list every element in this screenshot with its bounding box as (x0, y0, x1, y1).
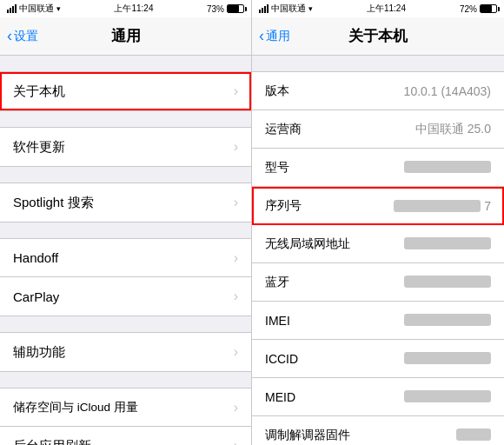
carplay-chevron-icon: › (234, 289, 238, 304)
version-item: 版本 10.0.1 (14A403) (252, 72, 504, 110)
iccid-label: ICCID (265, 352, 298, 366)
background-app-chevron-icon: › (234, 438, 238, 445)
section-storage: 储存空间与 iCloud 用量 › 后台应用刷新 › (0, 388, 251, 445)
meid-item: MEID (252, 378, 504, 416)
bluetooth-label: 蓝牙 (265, 275, 289, 290)
iccid-value (404, 352, 491, 366)
about-label: 关于本机 (13, 83, 65, 100)
meid-label: MEID (265, 390, 295, 404)
storage-label: 储存空间与 iCloud 用量 (13, 400, 138, 415)
carplay-item[interactable]: CarPlay › (0, 277, 251, 315)
spotlight-label: Spotlight 搜索 (13, 195, 94, 211)
meid-value (404, 390, 491, 404)
right-nav-bar: ‹ 通用 关于本机 (252, 17, 504, 56)
accessibility-item[interactable]: 辅助功能 › (0, 333, 251, 371)
left-back-chevron-icon: ‹ (7, 28, 12, 43)
carrier-item-label: 运营商 (265, 122, 302, 137)
imei-item: IMEI (252, 302, 504, 340)
spotlight-item[interactable]: Spotlight 搜索 › (0, 183, 251, 222)
left-status-bar: 中国联通 ▾ 上午11:24 73% (0, 0, 251, 17)
carrier-item-value: 中国联通 25.0 (415, 122, 491, 137)
modem-item: 调制解调器固件 (252, 416, 504, 445)
right-carrier-label: 中国联通 (271, 3, 306, 15)
storage-item[interactable]: 储存空间与 iCloud 用量 › (0, 389, 251, 427)
left-status-right: 73% (207, 4, 244, 14)
about-item[interactable]: 关于本机 › (0, 72, 251, 110)
right-signal-bars-icon (259, 4, 269, 13)
storage-chevron-icon: › (234, 400, 238, 415)
modem-label: 调制解调器固件 (265, 428, 350, 443)
iccid-item: ICCID (252, 340, 504, 378)
model-blurred (404, 161, 491, 173)
imei-blurred (404, 314, 491, 326)
left-status-left: 中国联通 ▾ (7, 3, 61, 15)
serial-value: 7 (394, 199, 491, 213)
accessibility-label: 辅助功能 (13, 344, 65, 361)
imei-label: IMEI (265, 314, 290, 328)
handoff-right: › (229, 250, 238, 266)
battery-percent-right: 72% (460, 4, 477, 14)
storage-right: › (229, 400, 238, 415)
version-value: 10.0.1 (14A403) (404, 84, 491, 98)
software-right: › (229, 139, 238, 155)
carrier-item: 运营商 中国联通 25.0 (252, 110, 504, 149)
meid-blurred (404, 390, 491, 402)
right-back-button[interactable]: ‹ 通用 (259, 29, 290, 44)
right-status-right: 72% (460, 4, 497, 14)
wifi-address-value (404, 237, 491, 251)
iccid-blurred (404, 352, 491, 364)
right-time: 上午11:24 (367, 3, 406, 15)
right-status-bar: 中国联通 ▾ 上午11:24 72% (252, 0, 504, 17)
accessibility-right: › (229, 344, 238, 360)
spotlight-right: › (229, 195, 238, 210)
right-battery-icon (480, 4, 497, 13)
software-update-item[interactable]: 软件更新 › (0, 128, 251, 166)
signal-bars-icon (7, 4, 17, 13)
carplay-label: CarPlay (13, 289, 59, 304)
right-nav-title: 关于本机 (348, 26, 408, 46)
accessibility-chevron-icon: › (234, 344, 238, 360)
background-app-label: 后台应用刷新 (13, 438, 91, 446)
left-back-label: 设置 (14, 29, 38, 44)
section-accessibility: 辅助功能 › (0, 332, 251, 372)
section-spotlight: Spotlight 搜索 › (0, 183, 251, 222)
left-nav-bar: ‹ 设置 通用 (0, 17, 251, 56)
handoff-label: Handoff (13, 250, 58, 265)
model-label: 型号 (265, 160, 289, 176)
battery-icon (227, 4, 244, 13)
version-label: 版本 (265, 83, 289, 99)
background-app-item[interactable]: 后台应用刷新 › (0, 427, 251, 445)
wifi-icon: ▾ (56, 4, 61, 13)
serial-suffix: 7 (484, 199, 491, 213)
background-app-right: › (229, 438, 238, 445)
wifi-address-blurred (404, 237, 491, 249)
modem-blurred (456, 428, 491, 441)
model-item: 型号 (252, 149, 504, 187)
section-about: 关于本机 › (0, 71, 251, 111)
bluetooth-item: 蓝牙 (252, 263, 504, 302)
battery-percent-left: 73% (207, 4, 224, 14)
right-phone-panel: 中国联通 ▾ 上午11:24 72% ‹ 通用 关于本机 版本 10.0.1 (… (252, 0, 504, 445)
left-nav-title: 通用 (111, 26, 141, 46)
bluetooth-value (404, 276, 491, 289)
right-back-chevron-icon: ‹ (259, 28, 264, 43)
about-section-main: 版本 10.0.1 (14A403) 运营商 中国联通 25.0 型号 序列号 (252, 71, 504, 445)
section-software: 软件更新 › (0, 127, 251, 167)
left-back-button[interactable]: ‹ 设置 (7, 29, 38, 44)
handoff-item[interactable]: Handoff › (0, 239, 251, 277)
modem-value (456, 428, 491, 442)
about-right: › (229, 83, 238, 99)
imei-value (404, 314, 491, 328)
serial-blurred (394, 200, 481, 212)
right-wifi-icon: ▾ (308, 4, 313, 13)
wifi-address-label: 无线局域网地址 (265, 236, 350, 252)
wifi-address-item: 无线局域网地址 (252, 225, 504, 263)
carplay-right: › (229, 289, 238, 304)
carrier-label: 中国联通 (19, 3, 54, 15)
section-handoff: Handoff › CarPlay › (0, 238, 251, 316)
about-chevron-icon: › (234, 83, 238, 99)
right-status-left: 中国联通 ▾ (259, 3, 313, 15)
model-value (404, 161, 491, 175)
right-back-label: 通用 (266, 29, 290, 44)
handoff-chevron-icon: › (234, 250, 238, 266)
